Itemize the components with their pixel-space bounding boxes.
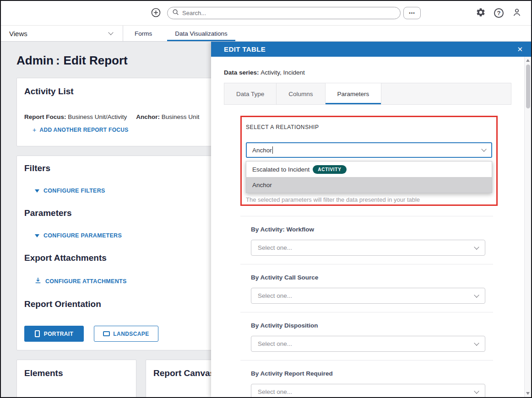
views-dropdown[interactable]: Views xyxy=(1,26,123,41)
param-section-call-source: By Activity Call Source Select one... xyxy=(240,264,493,312)
views-label: Views xyxy=(9,30,27,38)
tab-data-visualizations[interactable]: Data Visualizations xyxy=(163,26,239,41)
content-area: Admin:Edit Report Activity List Report F… xyxy=(1,42,531,397)
param-label: By Activity Disposition xyxy=(240,322,493,329)
text-cursor xyxy=(272,146,273,154)
panel-tab-bar: Data Type Columns Parameters xyxy=(224,83,511,105)
topbar-right-icons: ? xyxy=(476,7,522,19)
page-title-section: Admin xyxy=(16,54,54,67)
more-options-button[interactable]: ••• xyxy=(403,7,421,19)
gear-icon xyxy=(476,7,486,19)
scroll-up-arrow-icon[interactable] xyxy=(526,59,530,62)
landscape-icon xyxy=(103,331,110,336)
workflow-select[interactable]: Select one... xyxy=(251,240,485,256)
top-bar: ••• ? xyxy=(1,1,531,26)
edit-table-body: Data series: Activity, Incident Data Typ… xyxy=(211,57,531,397)
data-series-label: Data series: xyxy=(224,69,259,76)
landscape-button[interactable]: LANDSCAPE xyxy=(94,326,158,342)
report-focus-label: Report Focus: xyxy=(24,113,66,120)
filter-icon xyxy=(35,189,39,193)
configure-attachments-label: CONFIGURE ATTACHMENTS xyxy=(45,278,127,285)
page-title-separator: : xyxy=(56,54,60,67)
page-title-name: Edit Report xyxy=(64,54,128,67)
landscape-label: LANDSCAPE xyxy=(113,331,149,337)
configure-parameters-label: CONFIGURE PARAMETERS xyxy=(43,232,122,239)
tab-data-type[interactable]: Data Type xyxy=(224,83,277,104)
download-icon xyxy=(35,277,41,285)
configure-filters-label: CONFIGURE FILTERS xyxy=(43,188,105,194)
anchor-label: Anchor: xyxy=(136,113,160,120)
chevron-down-icon xyxy=(474,292,479,297)
relationship-dropdown-menu: Escalated to Incident ACTIVITY Anchor xyxy=(246,161,492,193)
chevron-down-icon xyxy=(474,340,479,345)
scrollbar-thumb[interactable] xyxy=(526,65,530,108)
tab-columns[interactable]: Columns xyxy=(277,83,325,104)
nav-bar: Views Forms Data Visualizations xyxy=(1,26,531,42)
chevron-down-icon xyxy=(481,146,486,151)
param-label: By Activity: Workflow xyxy=(240,226,493,233)
chevron-down-icon xyxy=(474,388,479,393)
search-icon xyxy=(172,9,179,17)
option-label: Escalated to Incident xyxy=(252,166,309,173)
relationship-combobox[interactable]: Anchor xyxy=(246,142,492,158)
select-relationship-label: SELECT A RELATIONSHIP xyxy=(246,124,492,130)
option-anchor[interactable]: Anchor xyxy=(246,177,492,193)
param-label: By Activity Report Required xyxy=(240,370,493,377)
anchor: Anchor: Business Unit xyxy=(136,113,199,120)
relationship-input-value: Anchor xyxy=(252,147,272,154)
option-escalated-to-incident[interactable]: Escalated to Incident ACTIVITY xyxy=(246,161,492,177)
elements-card: Elements xyxy=(16,360,136,397)
help-icon: ? xyxy=(494,8,504,18)
edit-table-header: EDIT TABLE ✕ xyxy=(211,42,531,57)
data-series-value: Activity, Incident xyxy=(261,69,305,76)
disposition-select[interactable]: Select one... xyxy=(251,336,485,352)
edit-table-title: EDIT TABLE xyxy=(224,45,266,53)
parameter-list: By Activity: Workflow Select one... By A… xyxy=(240,216,493,397)
elements-title: Elements xyxy=(24,368,129,378)
relationship-highlight-box: SELECT A RELATIONSHIP Anchor Escalated t… xyxy=(240,116,498,206)
portrait-label: PORTRAIT xyxy=(44,331,74,337)
data-series: Data series: Activity, Incident xyxy=(224,69,511,76)
chevron-down-icon xyxy=(108,30,113,35)
tab-forms[interactable]: Forms xyxy=(123,26,163,41)
param-section-report-required: By Activity Report Required Select one..… xyxy=(240,360,493,397)
param-section-disposition: By Activity Disposition Select one... xyxy=(240,312,493,360)
add-button[interactable] xyxy=(151,8,161,19)
add-report-focus-label: ADD ANOTHER REPORT FOCUS xyxy=(39,127,128,133)
search-input[interactable] xyxy=(182,10,396,16)
select-placeholder: Select one... xyxy=(258,292,292,299)
chevron-down-icon xyxy=(474,244,479,249)
plus-icon: + xyxy=(33,126,36,134)
help-button[interactable]: ? xyxy=(494,8,504,18)
user-button[interactable] xyxy=(512,7,522,19)
settings-button[interactable] xyxy=(476,7,486,19)
plus-circle-icon xyxy=(151,8,161,19)
scroll-down-arrow-icon[interactable] xyxy=(526,392,530,395)
anchor-value: Business Unit xyxy=(162,113,200,120)
activity-badge: ACTIVITY xyxy=(313,165,346,174)
portrait-button[interactable]: PORTRAIT xyxy=(24,326,84,342)
call-source-select[interactable]: Select one... xyxy=(251,288,485,304)
panel-scrollbar[interactable] xyxy=(524,57,531,397)
filter-icon xyxy=(35,234,39,237)
select-placeholder: Select one... xyxy=(258,340,292,347)
tab-parameters[interactable]: Parameters xyxy=(326,83,382,104)
portrait-icon xyxy=(35,330,40,337)
report-required-select[interactable]: Select one... xyxy=(251,384,485,397)
search-box[interactable] xyxy=(167,7,401,19)
report-focus: Report Focus: Business Unit/Activity xyxy=(24,113,127,120)
user-icon xyxy=(512,7,522,19)
select-placeholder: Select one... xyxy=(258,244,292,251)
app-window: ••• ? Views Forms Data Visualizations xyxy=(0,0,532,398)
close-button[interactable]: ✕ xyxy=(517,45,523,54)
select-placeholder: Select one... xyxy=(258,388,292,395)
param-section-workflow: By Activity: Workflow Select one... xyxy=(240,216,493,264)
edit-table-panel: EDIT TABLE ✕ Data series: Activity, Inci… xyxy=(211,42,531,397)
param-label: By Activity Call Source xyxy=(240,274,493,281)
report-focus-value: Business Unit/Activity xyxy=(68,113,127,120)
parameters-helper-text: The selected parameters will filter the … xyxy=(246,196,492,203)
